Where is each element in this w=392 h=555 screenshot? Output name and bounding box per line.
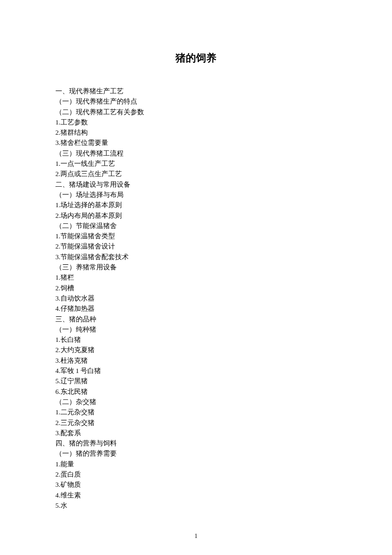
toc-line: 4.维生素 [55,490,337,500]
toc-line: 1.能量 [55,459,337,469]
toc-line: 1.一点一线生产工艺 [55,159,337,169]
page-number: 1 [0,533,392,540]
toc-line: 1.长白猪 [55,335,337,345]
toc-line: 一、现代养猪生产工艺 [55,86,337,96]
toc-line: 3.矿物质 [55,480,337,490]
toc-line: 3.节能保温猪舍配套技术 [55,252,337,262]
toc-line: 二、猪场建设与常用设备 [55,179,337,190]
toc-line: （三）养猪常用设备 [55,262,337,272]
toc-line: 1.节能保温猪舍类型 [55,231,337,241]
toc-line: 2.场内布局的基本原则 [55,211,337,221]
toc-line: 2.蛋白质 [55,469,337,480]
toc-line: 3.配套系 [55,428,337,438]
toc-line: 2.节能保温猪舍设计 [55,241,337,251]
page-title: 猪的饲养 [55,51,337,65]
toc-line: （二）节能保温猪舍 [55,221,337,231]
toc-line: 四、猪的营养与饲料 [55,438,337,448]
toc-line: 1.二元杂交猪 [55,407,337,417]
toc-line: （一）猪的营养需要 [55,448,337,459]
toc-line: 2.猪群结构 [55,127,337,138]
toc-line: （三）现代养猪工流程 [55,148,337,159]
toc-line: （一）现代养猪生产的特点 [55,96,337,107]
toc-line: 1.工艺参数 [55,117,337,127]
toc-line: （一）场址选择与布局 [55,190,337,200]
toc-line: 3.自动饮水器 [55,293,337,304]
toc-line: 3.杜洛克猪 [55,356,337,366]
toc-line: 4.仔猪加热器 [55,304,337,314]
toc-line: 2.三元杂交猪 [55,418,337,428]
table-of-contents: 一、现代养猪生产工艺（一）现代养猪生产的特点（二）现代养猪工艺有关参数1.工艺参… [55,86,337,511]
toc-line: 5.水 [55,500,337,511]
toc-line: 2.大约克夏猪 [55,345,337,355]
toc-line: （二）现代养猪工艺有关参数 [55,107,337,117]
toc-line: 1.猪栏 [55,272,337,283]
toc-line: 4.军牧 1 号白猪 [55,366,337,376]
toc-line: 6.东北民猪 [55,387,337,397]
toc-line: （二）杂交猪 [55,397,337,407]
toc-line: 2.饲槽 [55,283,337,293]
toc-line: 3.猪舍栏位需要量 [55,138,337,148]
toc-line: 三、猪的品种 [55,314,337,324]
document-page: 猪的饲养 一、现代养猪生产工艺（一）现代养猪生产的特点（二）现代养猪工艺有关参数… [0,0,392,511]
toc-line: 5.辽宁黑猪 [55,376,337,386]
toc-line: （一）纯种猪 [55,324,337,335]
toc-line: 1.场址选择的基本原则 [55,200,337,210]
toc-line: 2.两点或三点生产工艺 [55,169,337,179]
